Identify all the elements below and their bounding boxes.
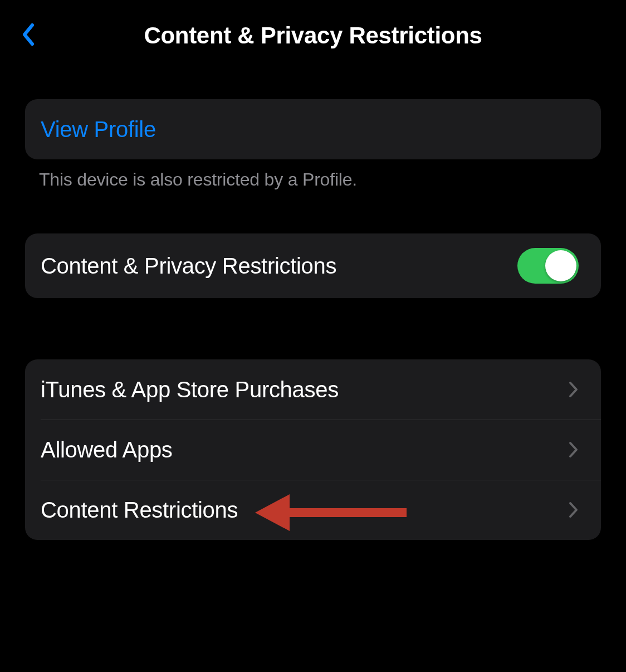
content-restrictions-row[interactable]: Content Restrictions [25,480,601,540]
itunes-appstore-row[interactable]: iTunes & App Store Purchases [25,359,601,420]
page-title: Content & Privacy Restrictions [17,22,609,49]
navigation-bar: Content & Privacy Restrictions [0,0,626,71]
itunes-appstore-label: iTunes & App Store Purchases [41,377,339,402]
toggle-group: Content & Privacy Restrictions [25,233,601,298]
content-restrictions-label: Content Restrictions [41,498,238,523]
view-profile-label: View Profile [41,117,156,142]
allowed-apps-row[interactable]: Allowed Apps [25,420,601,480]
profile-group: View Profile [25,99,601,159]
back-button[interactable] [17,19,39,52]
chevron-right-icon [569,381,579,398]
allowed-apps-label: Allowed Apps [41,437,173,462]
chevron-left-icon [21,23,35,48]
chevron-right-icon [569,501,579,518]
content-privacy-toggle-label: Content & Privacy Restrictions [41,254,336,279]
content-privacy-toggle-row[interactable]: Content & Privacy Restrictions [25,233,601,298]
restrictions-group: iTunes & App Store Purchases Allowed App… [25,359,601,540]
chevron-right-icon [569,441,579,458]
toggle-knob [545,250,576,281]
content-privacy-toggle[interactable] [517,248,579,284]
profile-footer-text: This device is also restricted by a Prof… [25,159,601,200]
view-profile-row[interactable]: View Profile [25,99,601,159]
